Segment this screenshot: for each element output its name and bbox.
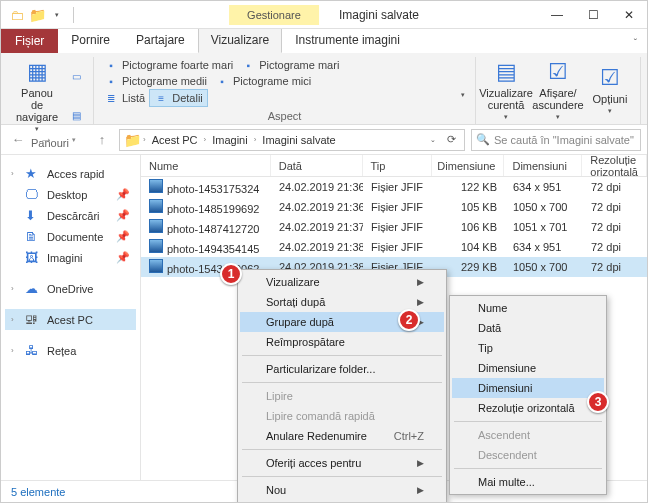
ctx-new[interactable]: Nou▶ bbox=[240, 480, 444, 500]
ctx-label: Rezoluție orizontală bbox=[478, 402, 575, 414]
chevron-down-icon: ▾ bbox=[608, 107, 612, 115]
sub-more[interactable]: Mai multe... bbox=[452, 472, 604, 492]
download-icon: ⬇ bbox=[25, 208, 41, 223]
close-button[interactable]: ✕ bbox=[611, 1, 647, 29]
sub-size[interactable]: Dimensiune bbox=[452, 358, 604, 378]
sidebar-item-documents[interactable]: 🗎Documente📌 bbox=[5, 226, 136, 247]
nav-pane-button[interactable]: ▦ Panou de navigare ▾ bbox=[13, 57, 61, 135]
back-button[interactable]: ← bbox=[7, 129, 29, 151]
column-headers: Nume Dată Tip Dimensiune Dimensiuni Rezo… bbox=[141, 155, 647, 177]
ctx-undo[interactable]: Anulare RedenumireCtrl+Z bbox=[240, 426, 444, 446]
chevron-right-icon: ▶ bbox=[417, 485, 424, 495]
sidebar-label: Rețea bbox=[47, 345, 76, 357]
sub-date[interactable]: Dată bbox=[452, 318, 604, 338]
col-type[interactable]: Tip bbox=[363, 155, 433, 176]
group-label-layout: Aspect bbox=[100, 108, 469, 124]
cell-name: photo-1485199692 bbox=[141, 199, 271, 215]
breadcrumb[interactable]: 📁 › Acest PC › Imagini › Imagini salvate… bbox=[119, 129, 465, 151]
crumb-saved[interactable]: Imagini salvate bbox=[258, 134, 339, 146]
cloud-icon: ☁ bbox=[25, 281, 41, 296]
minimize-button[interactable]: — bbox=[539, 1, 575, 29]
table-row[interactable]: photo-148519969224.02.2019 21:36Fișier J… bbox=[141, 197, 647, 217]
sub-dimensions[interactable]: Dimensiuni bbox=[452, 378, 604, 398]
show-hide-button[interactable]: ☑Afișare/ ascundere▾ bbox=[534, 57, 582, 123]
star-icon: ★ bbox=[25, 166, 41, 181]
details-pane-button[interactable]: ▤ bbox=[65, 108, 87, 124]
col-dimensions[interactable]: Dimensiuni bbox=[504, 155, 582, 176]
layout-small[interactable]: ▪Pictograme mici bbox=[211, 73, 315, 89]
ribbon-collapse-icon[interactable]: ˇ bbox=[624, 34, 647, 53]
options-button[interactable]: ☑Opțiuni▾ bbox=[586, 57, 634, 123]
up-button[interactable]: ↑ bbox=[91, 129, 113, 151]
col-resolution[interactable]: Rezoluție orizontală bbox=[582, 155, 647, 176]
address-dropdown-icon[interactable]: ⌄ bbox=[426, 136, 440, 144]
col-name[interactable]: Nume bbox=[141, 155, 271, 176]
sidebar-item-this-pc[interactable]: ›🖳Acest PC bbox=[5, 309, 136, 330]
table-row[interactable]: photo-148741272024.02.2019 21:37Fișier J… bbox=[141, 217, 647, 237]
ctx-label: Nume bbox=[478, 302, 507, 314]
chevron-right-icon[interactable]: › bbox=[204, 135, 207, 144]
layout-list[interactable]: ≣Listă bbox=[100, 89, 149, 107]
preview-pane-button[interactable]: ▭ bbox=[65, 69, 87, 85]
layout-details-label: Detalii bbox=[172, 92, 203, 104]
forward-button[interactable]: → bbox=[35, 129, 57, 151]
sidebar-label: Desktop bbox=[47, 189, 87, 201]
layout-xl-label: Pictograme foarte mari bbox=[122, 59, 233, 71]
details-view-icon: ≡ bbox=[154, 91, 168, 105]
layout-more-icon[interactable]: ▾ bbox=[457, 89, 469, 107]
layout-large[interactable]: ▪Pictograme mari bbox=[237, 57, 343, 73]
icons-l-icon: ▪ bbox=[241, 58, 255, 72]
qat: 🗀 📁 ▾ bbox=[1, 7, 86, 23]
layout-medium[interactable]: ▪Pictograme medii bbox=[100, 73, 211, 89]
separator bbox=[242, 449, 442, 450]
show-hide-icon: ☑ bbox=[548, 59, 568, 85]
sub-name[interactable]: Nume bbox=[452, 298, 604, 318]
refresh-button[interactable]: ⟳ bbox=[442, 133, 460, 146]
search-input[interactable]: 🔍 Se caută în "Imagini salvate" bbox=[471, 129, 641, 151]
layout-xlarge[interactable]: ▪Pictograme foarte mari bbox=[100, 57, 237, 73]
ctx-label: Anulare Redenumire bbox=[266, 430, 367, 442]
crumb-pc[interactable]: Acest PC bbox=[148, 134, 202, 146]
ctx-refresh[interactable]: Reîmprospătare bbox=[240, 332, 444, 352]
sub-type[interactable]: Tip bbox=[452, 338, 604, 358]
ribbon-group-current-view: ▤Vizualizare curentă▾ ☑Afișare/ ascunder… bbox=[476, 57, 641, 124]
cell-date: 24.02.2019 21:36 bbox=[271, 201, 363, 213]
separator bbox=[454, 421, 602, 422]
ctx-label: Dată bbox=[478, 322, 501, 334]
ctx-paste: Lipire bbox=[240, 386, 444, 406]
sidebar-item-network[interactable]: ›🖧Rețea bbox=[5, 340, 136, 361]
separator bbox=[73, 7, 74, 23]
maximize-button[interactable]: ☐ bbox=[575, 1, 611, 29]
separator bbox=[242, 355, 442, 356]
crumb-images[interactable]: Imagini bbox=[208, 134, 251, 146]
qat-dropdown-icon[interactable]: ▾ bbox=[49, 7, 65, 23]
ctx-access[interactable]: Oferiți acces pentru▶ bbox=[240, 453, 444, 473]
tab-picture-tools[interactable]: Instrumente imagini bbox=[282, 27, 413, 53]
table-row[interactable]: photo-149435414524.02.2019 21:38Fișier J… bbox=[141, 237, 647, 257]
sidebar-label: Acest PC bbox=[47, 314, 93, 326]
ctx-view[interactable]: Vizualizare▶ bbox=[240, 272, 444, 292]
titlebar: 🗀 📁 ▾ Gestionare Imagini salvate — ☐ ✕ bbox=[1, 1, 647, 29]
sidebar-item-images[interactable]: 🖼Imagini📌 bbox=[5, 247, 136, 268]
current-view-button[interactable]: ▤Vizualizare curentă▾ bbox=[482, 57, 530, 123]
tab-file[interactable]: Fișier bbox=[1, 29, 58, 53]
tab-share[interactable]: Partajare bbox=[123, 27, 198, 53]
ctx-customize[interactable]: Particularizare folder... bbox=[240, 359, 444, 379]
ctx-paste-shortcut: Lipire comandă rapidă bbox=[240, 406, 444, 426]
chevron-right-icon[interactable]: › bbox=[254, 135, 257, 144]
table-row[interactable]: photo-145317532424.02.2019 21:36Fișier J… bbox=[141, 177, 647, 197]
tab-view[interactable]: Vizualizare bbox=[198, 27, 282, 53]
sidebar-item-downloads[interactable]: ⬇Descărcări📌 bbox=[5, 205, 136, 226]
sidebar-item-quick[interactable]: ›★Acces rapid bbox=[5, 163, 136, 184]
sub-resolution[interactable]: Rezoluție orizontală bbox=[452, 398, 604, 418]
recent-button[interactable]: ▾ bbox=[63, 129, 85, 151]
sidebar-item-desktop[interactable]: 🖵Desktop📌 bbox=[5, 184, 136, 205]
ctx-shortcut: Ctrl+Z bbox=[394, 430, 424, 442]
layout-details[interactable]: ≡Detalii bbox=[149, 89, 208, 107]
sidebar-item-onedrive[interactable]: ›☁OneDrive bbox=[5, 278, 136, 299]
col-size[interactable]: Dimensiune bbox=[432, 155, 504, 176]
nav-pane-icon: ▦ bbox=[27, 59, 48, 85]
chevron-right-icon[interactable]: › bbox=[143, 135, 146, 144]
col-date[interactable]: Dată bbox=[271, 155, 363, 176]
tab-home[interactable]: Pornire bbox=[58, 27, 123, 53]
